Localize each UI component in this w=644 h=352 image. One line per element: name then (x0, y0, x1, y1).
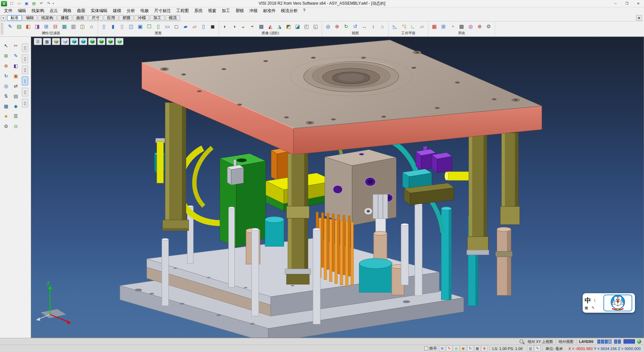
status-orb-icon[interactable] (637, 339, 641, 344)
keyboard-icon[interactable]: ▦ (585, 306, 588, 310)
toolbar-icon[interactable]: ⊕ (333, 22, 341, 31)
toolbar-icon[interactable]: ▥ (69, 22, 78, 31)
snap-setting-icon[interactable]: ⊕ (481, 346, 487, 351)
toolbar-grip[interactable] (1, 23, 3, 35)
menu-item[interactable]: 实体编辑 (88, 7, 110, 14)
toolbar-icon[interactable]: ◒ (239, 22, 248, 31)
view-lock-status[interactable]: 绝对 XY 上视图 (525, 339, 556, 344)
toolbar-icon[interactable]: ◪ (293, 22, 302, 31)
snap-setting-icon[interactable]: ⊞ (439, 346, 445, 351)
quick-access-caret-icon[interactable]: ▾ (53, 2, 54, 5)
lock-label[interactable]: 拴牢 (429, 346, 437, 351)
menu-item[interactable]: 编辑 (15, 7, 29, 14)
toolbar-icon[interactable]: ◻ (172, 22, 181, 31)
left-tool-icon[interactable]: ★ (2, 112, 10, 120)
layers-icon[interactable]: ☰ (34, 38, 42, 45)
view-toggle-button[interactable]: ▯ (22, 54, 28, 63)
toolbar-icon[interactable]: ▩ (257, 22, 266, 31)
toolbar-icon[interactable]: ◫ (127, 22, 136, 31)
menu-item[interactable]: 线架构 (29, 7, 47, 14)
quick-access-icon[interactable]: ☐ (8, 1, 15, 7)
menu-item[interactable]: 文件 (1, 7, 15, 14)
view-cube-icon[interactable] (115, 38, 123, 45)
layer-color-tile[interactable] (614, 340, 617, 344)
view-cube-icon[interactable] (88, 38, 96, 45)
toolbar-icon[interactable]: ✎ (6, 22, 14, 31)
quick-access-icon[interactable]: ▭ (16, 1, 22, 7)
toolbar-icon[interactable]: ▱ (418, 22, 426, 31)
menu-item[interactable]: 模流分析 (278, 7, 301, 14)
toolbar-icon[interactable]: ◭ (266, 22, 275, 31)
menu-item[interactable]: 网格 (61, 7, 74, 14)
left-tool-icon[interactable]: ⚙ (2, 122, 10, 130)
toolbar-icon[interactable]: ▣ (136, 22, 145, 31)
toolbar-icon[interactable]: ◹ (399, 22, 408, 31)
snap-setting-icon[interactable]: ▦ (474, 346, 480, 351)
menu-item[interactable]: 视窗 (205, 7, 219, 14)
left-tool-icon[interactable]: ☰ (11, 112, 20, 120)
layer-color-tile[interactable] (608, 340, 611, 344)
tab[interactable]: 冲模 (135, 15, 149, 21)
view-toggle-button[interactable]: ▯ (22, 99, 28, 107)
toolbar-icon[interactable]: ↺ (351, 22, 360, 31)
left-tool-icon[interactable]: ⇄ (11, 82, 20, 90)
ime-settings-icon[interactable]: ✎ (591, 306, 594, 310)
toolbar-icon[interactable]: ◔ (448, 22, 457, 31)
layer-color-tile[interactable] (601, 340, 604, 344)
menu-item[interactable]: 塑模 (233, 7, 247, 14)
menu-item[interactable]: 曲面 (74, 7, 88, 14)
left-tool-icon[interactable]: ⊕ (2, 61, 10, 70)
toolbar-icon[interactable]: ◎ (466, 22, 475, 31)
left-tool-icon[interactable]: ⇅ (2, 92, 10, 100)
toolbar-icon[interactable]: ▤ (15, 22, 23, 31)
left-tool-icon[interactable]: ◎ (2, 82, 10, 90)
menu-item[interactable]: 尺寸标注 (152, 7, 174, 14)
tab[interactable]: 线架构 (38, 15, 57, 21)
toolbar-icon[interactable]: ◫ (78, 22, 87, 31)
view-toggle-button[interactable]: ▯ (22, 77, 28, 85)
active-color-bar[interactable] (624, 339, 635, 344)
toolbar-icon[interactable]: ▯ (100, 22, 108, 31)
left-tool-icon[interactable]: ↻ (2, 72, 10, 80)
viewport[interactable]: ☰ ▦ (31, 37, 644, 338)
snap-setting-icon[interactable]: ↻ (467, 346, 473, 351)
tab[interactable]: 应用 (104, 15, 118, 21)
toolbar-icon[interactable]: ∟ (409, 22, 417, 31)
left-tool-icon[interactable]: ✂ (11, 41, 20, 50)
ime-panel[interactable]: 中 ☾ ▦ ✎ (583, 293, 635, 313)
toolbar-icon[interactable]: ⚙ (484, 22, 493, 31)
tab-dropdown-icon[interactable]: ▾ (1, 15, 6, 21)
left-tool-icon[interactable]: ▣ (11, 72, 20, 80)
snap-setting-icon[interactable]: ✎ (446, 346, 452, 351)
view-cube-icon[interactable] (106, 38, 114, 45)
menu-item[interactable]: 点云 (47, 7, 61, 14)
tab[interactable]: 编辑 (22, 15, 37, 21)
menu-item[interactable]: 分析 (124, 7, 138, 14)
ime-mode-indicator[interactable]: 中 (585, 296, 591, 305)
menu-item[interactable]: ? (301, 7, 308, 14)
tab[interactable]: 加工 (150, 15, 165, 21)
toolbar-icon[interactable]: ⌂ (378, 22, 387, 31)
tab[interactable]: 标准 (7, 15, 22, 21)
toolbar-icon[interactable]: ↕ (369, 22, 378, 31)
toolbar-icon[interactable]: ☐ (145, 22, 154, 31)
quick-access-icon[interactable]: ▤ (31, 1, 37, 7)
menu-item[interactable]: 加工 (219, 7, 233, 14)
toolbar-icon[interactable]: ◧ (24, 22, 33, 31)
menu-item[interactable]: 工程图 (174, 7, 192, 14)
toolbar-icon[interactable]: ◱ (311, 22, 320, 31)
layer-color-tile[interactable] (618, 340, 621, 344)
maximize-button[interactable]: ❒ (621, 0, 633, 7)
left-tool-icon[interactable]: ↖ (2, 41, 10, 50)
tab[interactable]: 建模 (57, 15, 72, 21)
view-toggle-button[interactable]: ▯ (22, 43, 28, 52)
view-cube-icon[interactable] (79, 38, 87, 45)
menu-item[interactable]: 建模 (110, 7, 124, 14)
toolbar-icon[interactable]: ◓ (248, 22, 257, 31)
left-tool-icon[interactable]: ◆ (11, 102, 20, 110)
tab[interactable]: 尺寸 (88, 15, 103, 21)
tab[interactable]: 曲面 (73, 15, 88, 21)
toolbar-icon[interactable]: ▦ (60, 22, 69, 31)
toolbar-icon[interactable]: ⊞ (42, 22, 51, 31)
toolbar-icon[interactable]: ↔ (360, 22, 369, 31)
